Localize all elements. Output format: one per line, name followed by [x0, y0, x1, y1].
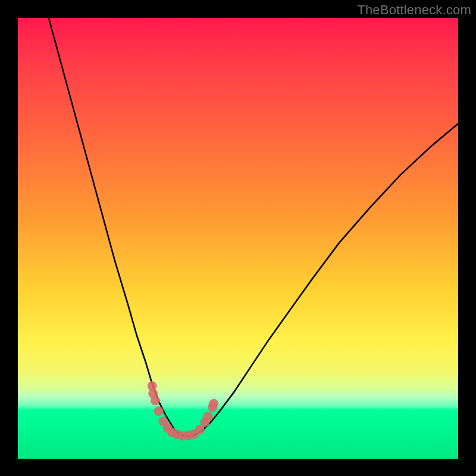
attribution-text: TheBottleneck.com — [357, 2, 471, 18]
cluster-point — [203, 412, 213, 421]
cluster-point — [154, 406, 164, 416]
curve-layer — [18, 18, 458, 459]
marker-cluster — [148, 381, 219, 441]
plot-area — [18, 18, 458, 459]
cluster-point — [151, 396, 160, 405]
bottleneck-curve — [49, 18, 458, 437]
chart-frame: TheBottleneck.com — [0, 0, 476, 476]
cluster-point — [209, 399, 218, 408]
